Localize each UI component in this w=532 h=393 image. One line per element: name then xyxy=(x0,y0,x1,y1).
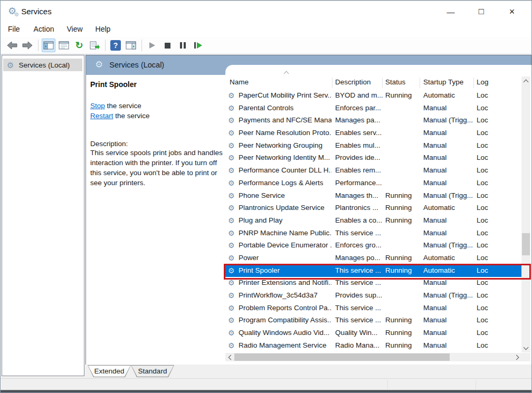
toolbar-separator xyxy=(105,40,106,51)
toolbar-separator xyxy=(38,40,39,51)
service-row[interactable]: ⚙ Printer Extensions and Notifi... This … xyxy=(225,277,521,290)
start-service-icon[interactable] xyxy=(145,39,159,52)
show-console-tree-icon[interactable] xyxy=(42,39,55,52)
pause-service-icon[interactable] xyxy=(176,39,189,52)
stop-service-line: Stop the service xyxy=(90,101,220,111)
status-bar xyxy=(1,378,531,390)
panel-gear-icon: ⚙ xyxy=(95,60,103,69)
service-row[interactable]: ⚙ Payments and NFC/SE Mana... Manages pa… xyxy=(225,114,521,127)
toolbar-separator xyxy=(141,40,142,51)
column-header-status[interactable]: Status xyxy=(385,78,405,86)
service-row[interactable]: ⚙ Peer Networking Identity M... Provides… xyxy=(225,152,521,165)
tab-standard[interactable]: Standard xyxy=(131,365,174,377)
service-row[interactable]: ⚙ Plug and Play Enables a co... Running … xyxy=(225,215,521,227)
maximize-button[interactable]: □ xyxy=(466,1,497,22)
help-icon[interactable]: ? xyxy=(109,39,122,52)
services-rows: ⚙ PaperCut Mobility Print Serv... BYOD a… xyxy=(225,90,521,352)
menu-file[interactable]: File xyxy=(8,23,27,36)
menu-help[interactable]: Help xyxy=(89,23,117,36)
service-gear-icon: ⚙ xyxy=(228,329,235,337)
service-row[interactable]: ⚙ Peer Networking Grouping Enables mul..… xyxy=(225,140,521,152)
menu-bar: File Action View Help xyxy=(1,22,531,37)
properties-icon[interactable] xyxy=(57,39,71,52)
service-row[interactable]: ⚙ Portable Device Enumerator ... Enforce… xyxy=(225,239,521,252)
service-gear-icon: ⚙ xyxy=(228,92,235,99)
service-gear-icon: ⚙ xyxy=(228,204,235,212)
service-row[interactable]: ⚙ PaperCut Mobility Print Serv... BYOD a… xyxy=(225,90,521,102)
vertical-scroll-thumb[interactable] xyxy=(522,233,530,255)
window-title: Services xyxy=(21,7,52,16)
service-gear-icon: ⚙ xyxy=(228,167,235,174)
service-gear-icon: ⚙ xyxy=(228,254,235,262)
scrollbar-corner xyxy=(521,353,530,361)
service-gear-icon: ⚙ xyxy=(228,179,235,187)
stop-service-link[interactable]: Stop xyxy=(90,102,105,110)
service-description: This service spools print jobs and handl… xyxy=(90,148,223,188)
service-row[interactable]: ⚙ Program Compatibility Assis... This se… xyxy=(225,314,521,327)
restart-service-link[interactable]: Restart xyxy=(90,112,113,120)
sort-ascending-icon xyxy=(284,71,289,76)
extended-view-pane: Print Spooler Stop the service Restart t… xyxy=(86,75,225,365)
console-tree-panel: ⚙ Services (Local) xyxy=(2,55,84,376)
service-gear-icon: ⚙ xyxy=(228,217,235,224)
export-list-icon[interactable] xyxy=(88,39,101,52)
service-gear-icon: ⚙ xyxy=(228,242,235,249)
panel-header-title: Services (Local) xyxy=(109,61,164,69)
close-button[interactable]: × xyxy=(497,1,527,22)
services-gear-icon: ⚙ xyxy=(7,61,14,69)
horizontal-scrollbar[interactable] xyxy=(225,353,521,361)
column-header-description[interactable]: Description xyxy=(335,78,371,86)
forward-icon[interactable] xyxy=(21,39,34,52)
tree-item-services-local[interactable]: ⚙ Services (Local) xyxy=(3,59,82,71)
service-gear-icon: ⚙ xyxy=(228,292,235,299)
column-header-name[interactable]: Name xyxy=(230,78,249,86)
service-row[interactable]: ⚙ Parental Controls Enforces par... Manu… xyxy=(225,102,521,115)
service-gear-icon: ⚙ xyxy=(228,267,235,274)
service-gear-icon: ⚙ xyxy=(228,104,235,112)
menu-view[interactable]: View xyxy=(60,23,89,36)
scroll-up-icon[interactable] xyxy=(521,76,530,85)
scroll-left-icon[interactable] xyxy=(225,353,234,362)
refresh-icon[interactable]: ↻ xyxy=(72,39,86,52)
column-header-startup-type[interactable]: Startup Type xyxy=(423,78,463,86)
service-row[interactable]: ⚙ Performance Counter DLL H... Enables r… xyxy=(225,165,521,177)
list-header: Name Description Status Startup Type Log xyxy=(225,76,521,90)
service-gear-icon: ⚙ xyxy=(228,279,235,286)
tab-extended[interactable]: Extended xyxy=(88,365,131,377)
restart-service-icon[interactable] xyxy=(191,39,205,52)
service-row[interactable]: ⚙ Peer Name Resolution Proto... Enables … xyxy=(225,127,521,140)
stop-service-icon[interactable] xyxy=(160,39,174,52)
service-gear-icon: ⚙ xyxy=(228,192,235,199)
menu-action[interactable]: Action xyxy=(27,23,61,36)
service-gear-icon: ⚙ xyxy=(228,154,235,161)
scroll-down-icon[interactable] xyxy=(521,343,530,352)
window-bottom-edge xyxy=(1,390,531,392)
restart-service-line: Restart the service xyxy=(90,111,220,121)
selected-service-name: Print Spooler xyxy=(90,80,220,89)
service-row[interactable]: ⚙ Performance Logs & Alerts Performance.… xyxy=(225,177,521,190)
service-gear-icon: ⚙ xyxy=(228,342,235,349)
service-row[interactable]: ⚙ Print Spooler This service ... Running… xyxy=(225,265,521,277)
service-gear-icon: ⚙ xyxy=(228,304,235,312)
service-row[interactable]: ⚙ Radio Management Service Radio Mana...… xyxy=(225,340,521,352)
service-row[interactable]: ⚙ Plantronics Update Service Plantronics… xyxy=(225,202,521,215)
service-row[interactable]: ⚙ Quality Windows Audio Vid... Quality W… xyxy=(225,327,521,340)
horizontal-scroll-thumb[interactable] xyxy=(234,353,450,361)
vertical-scrollbar[interactable] xyxy=(521,76,530,352)
service-row[interactable]: ⚙ Phone Service Manages th... Running Ma… xyxy=(225,190,521,203)
services-list: Name Description Status Startup Type Log… xyxy=(225,65,531,365)
service-row[interactable]: ⚙ PrintWorkflow_3c54d3a7 Provides sup...… xyxy=(225,290,521,302)
column-header-log-on-as[interactable]: Log xyxy=(477,78,489,86)
view-tabs-bar: Extended Standard xyxy=(86,365,531,378)
service-gear-icon: ⚙ xyxy=(228,317,235,324)
service-row[interactable]: ⚙ PNRP Machine Name Public... This servi… xyxy=(225,227,521,240)
scroll-right-icon[interactable] xyxy=(512,353,521,362)
back-icon[interactable] xyxy=(5,39,19,52)
description-label: Description: xyxy=(90,140,220,148)
service-row[interactable]: ⚙ Problem Reports Control Pa... This ser… xyxy=(225,302,521,315)
show-action-pane-icon[interactable] xyxy=(124,39,138,52)
toolbar: ↻ ? xyxy=(1,37,531,54)
service-row[interactable]: ⚙ Power Manages po... Running Automatic … xyxy=(225,252,521,265)
minimize-button[interactable]: — xyxy=(435,1,466,22)
app-gear-icon: ⚙⚙ xyxy=(8,6,16,16)
